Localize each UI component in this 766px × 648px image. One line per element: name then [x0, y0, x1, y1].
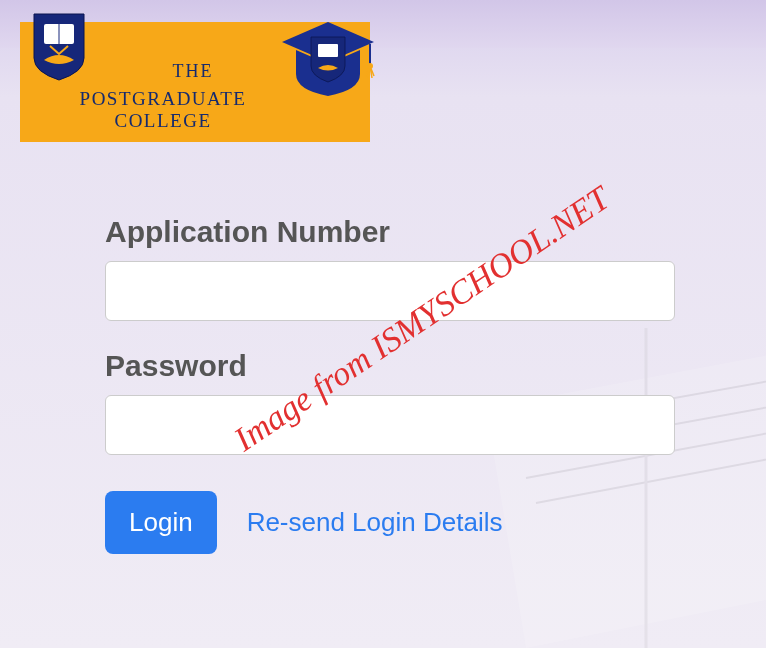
login-button[interactable]: Login	[105, 491, 217, 554]
password-label: Password	[105, 349, 675, 383]
login-form: Application Number Password Login Re-sen…	[105, 215, 675, 554]
application-number-label: Application Number	[105, 215, 675, 249]
logo-banner: THE POSTGRADUATE COLLEGE	[20, 22, 370, 142]
banner-text: THE POSTGRADUATE COLLEGE	[38, 61, 288, 132]
application-number-input[interactable]	[105, 261, 675, 321]
svg-rect-2	[318, 44, 338, 57]
banner-the: THE	[98, 61, 288, 82]
university-crest-small-icon	[308, 34, 348, 84]
grad-cap-crest	[278, 16, 378, 106]
password-input[interactable]	[105, 395, 675, 455]
button-row: Login Re-send Login Details	[105, 491, 675, 554]
resend-login-link[interactable]: Re-send Login Details	[247, 507, 503, 538]
banner-college: POSTGRADUATE COLLEGE	[38, 88, 288, 132]
